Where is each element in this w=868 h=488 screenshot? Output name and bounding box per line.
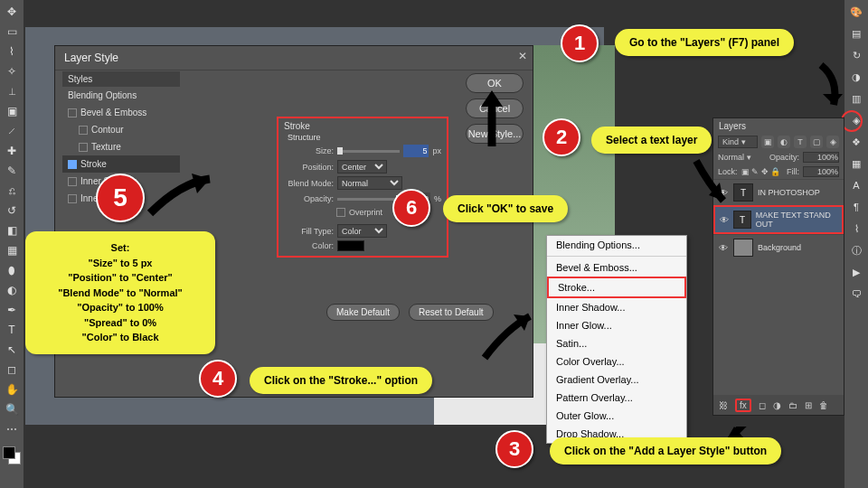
hand-tool[interactable]: ✋ [3, 381, 21, 398]
bg-thumb [733, 239, 753, 257]
new-layer-icon[interactable]: ⊞ [805, 400, 812, 410]
zoom-tool[interactable]: 🔍 [3, 401, 21, 418]
frame-tool[interactable]: ▣ [3, 103, 21, 119]
actions-panel-icon[interactable]: ▶ [847, 264, 865, 280]
style-stroke[interactable]: Stroke [62, 155, 180, 173]
crop-tool[interactable]: ⟂ [3, 83, 21, 99]
visibility-icon[interactable]: 👁 [718, 243, 729, 253]
style-texture[interactable]: Texture [62, 138, 180, 155]
layers-tab[interactable]: Layers [713, 118, 844, 134]
blur-tool[interactable]: ⬮ [3, 262, 21, 278]
size-input[interactable] [403, 145, 429, 157]
stamp-tool[interactable]: ⎌ [3, 183, 21, 199]
gradient-tool[interactable]: ▦ [3, 242, 21, 258]
filltype-select[interactable]: Color [337, 224, 387, 238]
ok-button[interactable]: OK [466, 73, 524, 93]
layer-row-textlayer[interactable]: 👁 T MAKE TEXT STAND OUT [713, 205, 844, 234]
badge-6: 6 [392, 189, 430, 227]
style-contour[interactable]: Contour [62, 121, 180, 138]
pen-tool[interactable]: ✒ [3, 302, 21, 318]
info-panel-icon[interactable]: ⓘ [847, 242, 865, 258]
opacity-slider[interactable] [337, 198, 401, 201]
lock-icons[interactable]: ▣ ✎ ✥ 🔒 [741, 167, 781, 176]
dialog-title: Layer Style [55, 46, 533, 70]
blend-mode-select[interactable]: Normal ▾ [718, 153, 766, 162]
color-panel-icon[interactable]: 🎨 [847, 4, 865, 20]
brush-tool[interactable]: ✎ [3, 163, 21, 179]
more-tool[interactable]: ⋯ [3, 421, 21, 437]
ctx-satin[interactable]: Satin... [547, 334, 686, 352]
wand-tool[interactable]: ✧ [3, 63, 21, 80]
position-select[interactable]: Center [337, 160, 387, 174]
layers-panel-icon[interactable]: ❖ [847, 134, 865, 150]
visibility-icon[interactable]: 👁 [720, 215, 729, 225]
ctx-inner-shadow[interactable]: Inner Shadow... [547, 298, 686, 316]
character-panel-icon[interactable]: A [847, 177, 865, 193]
kind-filter[interactable]: Kind ▾ [718, 136, 758, 148]
filter-pixel-icon[interactable]: ▣ [761, 136, 774, 148]
badge-4: 4 [199, 360, 237, 398]
stroke-settings: Stroke Structure Size:px Position:Center… [277, 117, 448, 258]
style-bevel[interactable]: Bevel & Emboss [62, 104, 180, 121]
filter-shape-icon[interactable]: ▢ [810, 136, 823, 148]
newstyle-button[interactable]: New Style... [466, 124, 524, 144]
layer-row-background[interactable]: 👁 Background [713, 234, 844, 260]
color-swatches[interactable] [3, 446, 21, 465]
add-mask-icon[interactable]: ◻ [759, 400, 766, 410]
channels-panel-icon[interactable]: ▦ [847, 155, 865, 172]
ctx-color-overlay[interactable]: Color Overlay... [547, 352, 686, 371]
filter-adjust-icon[interactable]: ◐ [778, 136, 790, 148]
ctx-outer-glow[interactable]: Outer Glow... [547, 407, 686, 425]
type-tool[interactable]: T [3, 322, 21, 338]
group-icon[interactable]: 🗀 [788, 400, 797, 410]
filter-smart-icon[interactable]: ◈ [826, 136, 839, 148]
make-default-button[interactable]: Make Default [326, 304, 400, 321]
callout-6: Click "OK" to save [443, 195, 568, 222]
brushes-panel-icon[interactable]: ⌇ [847, 221, 865, 237]
styles-header: Styles [62, 71, 180, 87]
ctx-gradient-overlay[interactable]: Gradient Overlay... [547, 371, 686, 389]
dodge-tool[interactable]: ◐ [3, 282, 21, 298]
swatches-panel-icon[interactable]: ▤ [847, 25, 865, 42]
blending-options[interactable]: Blending Options [62, 87, 180, 104]
marquee-tool[interactable]: ▭ [3, 23, 21, 40]
paragraph-panel-icon[interactable]: ¶ [847, 199, 865, 215]
lasso-tool[interactable]: ⌇ [3, 43, 21, 60]
filter-type-icon[interactable]: T [794, 136, 807, 148]
comments-panel-icon[interactable]: 🗨 [847, 286, 865, 302]
add-layer-style-button[interactable]: fx [735, 399, 751, 412]
svg-marker-0 [823, 94, 843, 105]
ctx-stroke[interactable]: Stroke... [547, 277, 686, 298]
ctx-bevel[interactable]: Bevel & Emboss... [547, 258, 686, 277]
layer-row-1[interactable]: 👁 T IN PHOTOSHOP [713, 179, 844, 205]
layer-opacity[interactable] [803, 152, 839, 163]
size-label: Size: [284, 146, 334, 155]
visibility-icon[interactable]: 👁 [718, 188, 729, 198]
ctx-blending[interactable]: Blending Options... [547, 236, 686, 254]
shape-tool[interactable]: ◻ [3, 361, 21, 378]
delete-layer-icon[interactable]: 🗑 [819, 400, 828, 410]
eraser-tool[interactable]: ◧ [3, 222, 21, 239]
libraries-panel-icon[interactable]: ▥ [847, 90, 865, 107]
close-icon[interactable]: ✕ [518, 50, 527, 62]
callout-1: Go to the "Layers" (F7) panel [615, 29, 794, 56]
adjustments-panel-icon[interactable]: ◑ [847, 69, 865, 85]
reset-default-button[interactable]: Reset to Default [409, 304, 494, 321]
ctx-pattern-overlay[interactable]: Pattern Overlay... [547, 389, 686, 407]
size-slider[interactable] [337, 150, 400, 153]
blendmode-select[interactable]: Normal [337, 176, 402, 190]
link-layers-icon[interactable]: ⛓ [719, 400, 728, 410]
eyedropper-tool[interactable]: ⟋ [3, 123, 21, 139]
callout-2: Select a text layer [591, 127, 712, 154]
layer-fill[interactable] [803, 166, 839, 177]
history-brush-tool[interactable]: ↺ [3, 202, 21, 219]
cancel-button[interactable]: Cancel [466, 99, 524, 118]
overprint-label[interactable]: Overprint [349, 208, 382, 217]
move-tool[interactable]: ✥ [3, 4, 21, 20]
color-swatch[interactable] [337, 240, 364, 251]
adjustment-layer-icon[interactable]: ◑ [773, 400, 781, 410]
path-tool[interactable]: ↖ [3, 342, 21, 358]
history-panel-icon[interactable]: ↻ [847, 47, 865, 63]
ctx-inner-glow[interactable]: Inner Glow... [547, 316, 686, 334]
heal-tool[interactable]: ✚ [3, 143, 21, 159]
